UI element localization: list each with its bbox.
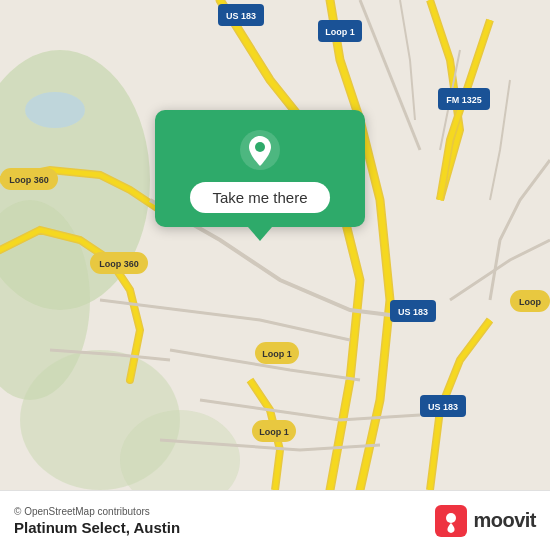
osm-attribution: © OpenStreetMap contributors [14, 506, 180, 517]
take-me-there-button[interactable]: Take me there [190, 182, 329, 213]
moovit-icon [435, 505, 467, 537]
svg-text:Loop 1: Loop 1 [259, 427, 289, 437]
svg-text:Loop 1: Loop 1 [325, 27, 355, 37]
moovit-text: moovit [473, 509, 536, 532]
svg-point-27 [255, 142, 265, 152]
map-container: US 183 Loop 1 FM 1325 Loop 360 Loop 360 … [0, 0, 550, 490]
svg-point-5 [25, 92, 85, 128]
moovit-logo: moovit [435, 505, 536, 537]
svg-text:Loop 1: Loop 1 [262, 349, 292, 359]
location-name: Platinum Select, Austin [14, 519, 180, 536]
location-tooltip: Take me there [155, 110, 365, 227]
svg-text:Loop: Loop [519, 297, 541, 307]
location-pin-icon [238, 128, 282, 172]
svg-text:FM 1325: FM 1325 [446, 95, 482, 105]
location-info: © OpenStreetMap contributors Platinum Se… [14, 506, 180, 536]
svg-point-29 [446, 513, 456, 523]
svg-text:US 183: US 183 [398, 307, 428, 317]
map-background: US 183 Loop 1 FM 1325 Loop 360 Loop 360 … [0, 0, 550, 490]
svg-text:Loop 360: Loop 360 [9, 175, 49, 185]
svg-text:Loop 360: Loop 360 [99, 259, 139, 269]
svg-text:US 183: US 183 [428, 402, 458, 412]
svg-text:US 183: US 183 [226, 11, 256, 21]
bottom-bar: © OpenStreetMap contributors Platinum Se… [0, 490, 550, 550]
